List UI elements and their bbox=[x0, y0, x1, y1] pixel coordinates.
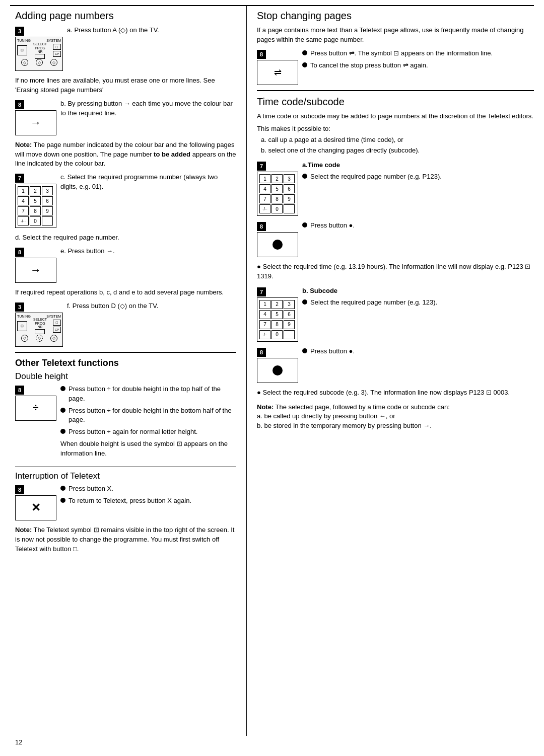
badge-8-stop: 8 bbox=[257, 50, 266, 59]
bullet-stop-2: To cancel the stop press button ⇌ again. bbox=[302, 61, 534, 70]
dh-note: When double height is used the symbol ⊡ … bbox=[60, 439, 236, 459]
bullet-icon-2 bbox=[60, 408, 65, 413]
item-3f-text: f. Press button D (◇) on the TV. bbox=[67, 301, 236, 314]
time-code-text: a.Time code Select the required page num… bbox=[302, 161, 534, 184]
bullet-icon-sc2 bbox=[302, 348, 307, 353]
bullet-icon-3 bbox=[60, 429, 65, 434]
adding-page-numbers-title: Adding page numbers bbox=[15, 10, 236, 22]
tv-illustration-3a: TUNINGSYSTEM ⊡ SELECT PROG NR bbox=[15, 37, 63, 71]
bullet-text-dh-1: Press button ÷ for double height in the … bbox=[69, 385, 236, 404]
left-column: Adding page numbers 3 TUNINGSYSTEM ⊡ bbox=[0, 6, 247, 736]
circle-remote-tc bbox=[257, 232, 298, 257]
item-8dh: 8 ÷ Press button ÷ for double height in … bbox=[15, 385, 236, 462]
bullet-dh-2: Press button ÷ for double height in the … bbox=[60, 406, 236, 425]
item-8x: 8 ✕ Press button X. To return to Teletex… bbox=[15, 484, 236, 520]
double-height-title: Double height bbox=[15, 371, 236, 382]
note-1: If no more lines are available, you must… bbox=[15, 76, 236, 95]
bullet-icon-x2 bbox=[60, 498, 65, 503]
stop-remote-text: Press button ⇌. The symbol ⊡ appears on … bbox=[302, 49, 534, 73]
final-note: Note: The selected page, followed by a t… bbox=[257, 403, 534, 431]
bullet-text-dh-2: Press button ÷ for double height in the … bbox=[69, 406, 236, 425]
arrow-remote-8b: → bbox=[15, 110, 56, 135]
time-code-circle-text: Press button ●. bbox=[302, 221, 534, 233]
tc-para-3: a. call up a page at a desired time (tim… bbox=[261, 135, 534, 145]
time-code-label: a.Time code bbox=[302, 161, 534, 170]
item-8e: 8 → e. Press button →. bbox=[15, 247, 236, 283]
item-7c-text: c. Select the required programme number … bbox=[60, 173, 236, 195]
item-3f: 3 TUNINGSYSTEM ⊡ SELECT PROG bbox=[15, 301, 236, 347]
stop-changing-para-1: If a page contains more text than a Tele… bbox=[257, 26, 534, 45]
item-8dh-text: Press button ÷ for double height in the … bbox=[60, 385, 236, 462]
dh-remote: ÷ bbox=[15, 396, 56, 421]
arrow-remote-8e: → bbox=[15, 258, 56, 283]
bullet-text-x2: To return to Teletext, press button X ag… bbox=[69, 496, 191, 506]
bullet-dh-3: Press button ÷ again for normal letter h… bbox=[60, 427, 236, 437]
badge-8-sc: 8 bbox=[257, 348, 266, 357]
x-note: Note: The Teletext symbol ⊡ remains visi… bbox=[15, 525, 236, 554]
badge-7-sc: 7 bbox=[257, 287, 266, 296]
keypad-tc: 1 2 3 4 5 6 7 8 9 ·/·· 0 bbox=[257, 172, 298, 216]
bullet-icon-1 bbox=[60, 386, 65, 391]
bullet-sc-1: Select the required page number (e.g. 12… bbox=[302, 298, 534, 308]
stop-remote-row: 8 ⇌ Press button ⇌. The symbol ⊡ appears… bbox=[257, 49, 534, 85]
bullet-text-dh-3: Press button ÷ again for normal letter h… bbox=[69, 427, 197, 437]
badge-7c: 7 bbox=[15, 174, 24, 183]
keypad-sc: 1 2 3 4 5 6 7 8 9 ·/·· 0 bbox=[257, 297, 298, 342]
stop-changing-title: Stop changing pages bbox=[257, 10, 534, 22]
badge-8b: 8 bbox=[15, 100, 24, 109]
bullet-x-1: Press button X. bbox=[60, 484, 236, 494]
page: Adding page numbers 3 TUNINGSYSTEM ⊡ bbox=[0, 0, 544, 756]
bullet-icon-tc2 bbox=[302, 222, 307, 228]
subcode-text: b. Subcode Select the required page numb… bbox=[302, 286, 534, 310]
bullet-text-sc2: Press button ●. bbox=[310, 347, 355, 356]
badge-7-tc: 7 bbox=[257, 162, 266, 171]
bullet-x-2: To return to Teletext, press button X ag… bbox=[60, 496, 236, 506]
tv-illustration-3f: TUNINGSYSTEM ⊡ SELECT PROG NR bbox=[15, 313, 63, 347]
item-8e-text: e. Press button →. bbox=[60, 247, 236, 259]
item-d-text: d. Select the required page number. bbox=[15, 233, 236, 243]
badge-8dh: 8 bbox=[15, 386, 24, 395]
other-teletext-title: Other Teletext functions bbox=[15, 358, 236, 368]
bullet-icon-stop2 bbox=[302, 62, 307, 67]
tc-note-1: ● Select the required time (e.g. 13.19 h… bbox=[257, 262, 534, 281]
time-code-keypad-row: 7 1 2 3 4 5 6 7 8 9 ·/·· bbox=[257, 161, 534, 216]
subcode-circle-text: Press button ●. bbox=[302, 347, 534, 359]
bullet-text-x1: Press button X. bbox=[69, 484, 113, 494]
tc-para-2: This makes it possible to: bbox=[257, 124, 534, 134]
subcode-circle-row: 8 Press button ●. bbox=[257, 347, 534, 383]
footer: 12 bbox=[0, 736, 544, 751]
divider-right-1 bbox=[257, 90, 534, 91]
interruption-title: Interruption of Teletext bbox=[15, 471, 236, 481]
bullet-tc-2: Press button ●. bbox=[302, 221, 534, 231]
bullet-text-tc2: Press button ●. bbox=[310, 221, 355, 231]
divider-1 bbox=[15, 352, 236, 353]
bullet-icon-tc1 bbox=[302, 174, 307, 179]
item-7c: 7 1 2 3 4 5 6 7 8 9 ·/·· bbox=[15, 173, 236, 228]
time-code-circle-row: 8 Press button ●. bbox=[257, 221, 534, 257]
note-3: If required repeat operations b, c, d an… bbox=[15, 288, 236, 297]
time-code-title: Time code/subcode bbox=[257, 96, 534, 108]
badge-8-tc: 8 bbox=[257, 222, 266, 231]
item-8b-text: b. By pressing button → each time you mo… bbox=[60, 99, 236, 121]
tc-para-1: A time code or subcode may be added to p… bbox=[257, 112, 534, 121]
divider-2 bbox=[15, 467, 236, 467]
item-3a-text: a. Press button A (◇) on the TV. bbox=[67, 26, 236, 38]
subcode-keypad-row: 7 1 2 3 4 5 6 7 8 9 ·/·· bbox=[257, 286, 534, 342]
bullet-text-stop1: Press button ⇌. The symbol ⊡ appears on … bbox=[310, 49, 493, 58]
badge-8e: 8 bbox=[15, 248, 24, 257]
badge-3f: 3 bbox=[15, 303, 24, 312]
circle-remote-sc bbox=[257, 358, 298, 383]
keypad-7c: 1 2 3 4 5 6 7 8 9 ·/·· 0 bbox=[15, 184, 56, 228]
bullet-text-stop2: To cancel the stop press button ⇌ again. bbox=[310, 61, 428, 70]
sc-note-1: ● Select the required subcode (e.g. 3). … bbox=[257, 388, 534, 398]
bullet-icon-stop1 bbox=[302, 50, 307, 55]
note-2-label: Note: bbox=[15, 141, 32, 148]
bullet-sc-2: Press button ●. bbox=[302, 347, 534, 356]
bullet-icon-x1 bbox=[60, 486, 65, 491]
bullet-stop-1: Press button ⇌. The symbol ⊡ appears on … bbox=[302, 49, 534, 58]
bullet-icon-sc1 bbox=[302, 299, 307, 305]
bullet-text-tc1: Select the required page number (e.g. P1… bbox=[310, 172, 442, 182]
stop-remote: ⇌ bbox=[257, 60, 298, 85]
subcode-label: b. Subcode bbox=[302, 286, 534, 296]
badge-3a: 3 bbox=[15, 27, 24, 36]
